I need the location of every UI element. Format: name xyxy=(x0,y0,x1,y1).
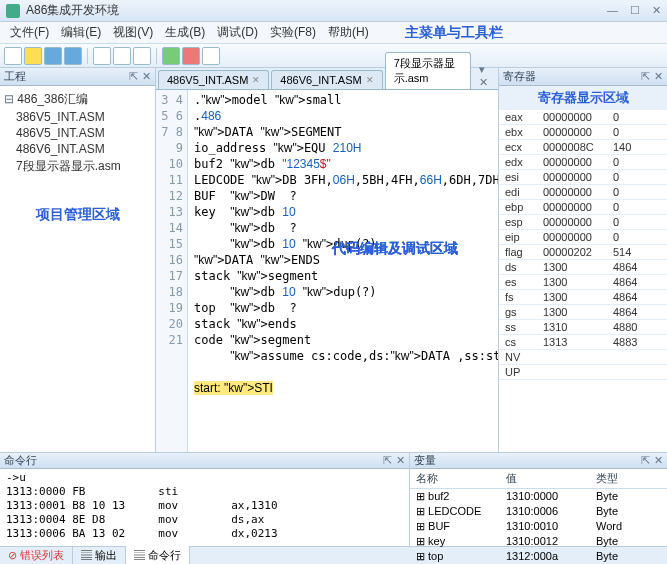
tab-dropdown-icon[interactable]: ▾ ✕ xyxy=(473,63,498,89)
tb-open-icon[interactable] xyxy=(24,47,42,65)
code-editor[interactable]: 3 4 5 6 7 8 9 10 11 12 13 14 15 16 17 18… xyxy=(156,90,498,452)
tab-close-icon[interactable]: ✕ xyxy=(366,75,374,85)
center-area-label: 代码编辑及调试区域 xyxy=(332,240,458,258)
source-text[interactable]: ."kw">model "kw">small .486 "kw">DATA "k… xyxy=(188,90,498,452)
tab-file[interactable]: 486V6_INT.ASM✕ xyxy=(271,70,382,89)
tb-save-icon[interactable] xyxy=(44,47,62,65)
variable-row[interactable]: ⊞ BUF1310:0010Word xyxy=(410,519,667,534)
menu-file[interactable]: 文件(F) xyxy=(4,24,55,41)
pin-icon[interactable]: ⇱ xyxy=(641,454,650,467)
menu-bar: 文件(F) 编辑(E) 视图(V) 生成(B) 调试(D) 实验(F8) 帮助(… xyxy=(0,22,667,44)
minimize-icon[interactable]: — xyxy=(607,4,618,17)
register-row[interactable]: esi000000000 xyxy=(499,170,667,185)
variable-row[interactable]: ⊞ key1310:0012Byte xyxy=(410,534,667,549)
menu-help[interactable]: 帮助(H) xyxy=(322,24,375,41)
tb-saveall-icon[interactable] xyxy=(64,47,82,65)
register-row[interactable]: fs13004864 xyxy=(499,290,667,305)
variable-row[interactable]: ⊞ top1312:000aByte xyxy=(410,549,667,564)
tab-file[interactable]: 486V5_INT.ASM✕ xyxy=(158,70,269,89)
toolbar xyxy=(0,44,667,68)
variable-header: 名称 值 类型 xyxy=(410,469,667,489)
register-area-label: 寄存器显示区域 xyxy=(499,86,667,110)
separator xyxy=(156,48,157,64)
variable-panel: 变量⇱✕ 名称 值 类型 ⊞ buf21310:0000Byte⊞ LEDCOD… xyxy=(410,453,667,546)
register-row[interactable]: UP xyxy=(499,365,667,380)
pin-icon[interactable]: ⇱ xyxy=(641,70,650,83)
command-panel-title: 命令行 xyxy=(4,453,37,468)
register-row[interactable]: esp000000000 xyxy=(499,215,667,230)
close-icon[interactable]: ✕ xyxy=(652,4,661,17)
variable-row[interactable]: ⊞ LEDCODE1310:0006Byte xyxy=(410,504,667,519)
line-gutter: 3 4 5 6 7 8 9 10 11 12 13 14 15 16 17 18… xyxy=(156,90,188,452)
menu-build[interactable]: 生成(B) xyxy=(159,24,211,41)
editor-panel: 486V5_INT.ASM✕ 486V6_INT.ASM✕ 7段显示器显示.as… xyxy=(156,68,499,452)
pin-icon[interactable]: ⇱ xyxy=(383,454,392,467)
register-row[interactable]: edx000000000 xyxy=(499,155,667,170)
maximize-icon[interactable]: ☐ xyxy=(630,4,640,17)
tb-run-icon[interactable] xyxy=(162,47,180,65)
register-panel: 寄存器⇱✕ 寄存器显示区域 eax000000000ebx000000000ec… xyxy=(499,68,667,452)
command-output[interactable]: ->u 1313:0000 FB sti 1313:0001 B8 10 13 … xyxy=(0,469,409,564)
project-panel-title: 工程 xyxy=(4,69,26,84)
menu-view[interactable]: 视图(V) xyxy=(107,24,159,41)
register-row[interactable]: ebx000000000 xyxy=(499,125,667,140)
menu-edit[interactable]: 编辑(E) xyxy=(55,24,107,41)
tree-item[interactable]: 486V6_INT.ASM xyxy=(2,141,153,157)
tb-paste-icon[interactable] xyxy=(133,47,151,65)
tab-file-active[interactable]: 7段显示器显示.asm xyxy=(385,52,471,89)
register-row[interactable]: ebp000000000 xyxy=(499,200,667,215)
register-row[interactable]: ds13004864 xyxy=(499,260,667,275)
register-row[interactable]: cs13134883 xyxy=(499,335,667,350)
register-row[interactable]: ss13104880 xyxy=(499,320,667,335)
app-icon xyxy=(6,4,20,18)
tree-item[interactable]: 486V5_INT.ASM xyxy=(2,125,153,141)
register-row[interactable]: eip000000000 xyxy=(499,230,667,245)
tb-stop-icon[interactable] xyxy=(182,47,200,65)
close-panel-icon[interactable]: ✕ xyxy=(654,70,663,83)
register-panel-title: 寄存器 xyxy=(503,69,536,84)
register-row[interactable]: NV xyxy=(499,350,667,365)
project-panel: 工程⇱✕ 486_386汇编 386V5_INT.ASM 486V5_INT.A… xyxy=(0,68,156,452)
tb-new-icon[interactable] xyxy=(4,47,22,65)
left-area-label: 项目管理区域 xyxy=(2,176,153,254)
register-row[interactable]: flag00000202514 xyxy=(499,245,667,260)
project-tree[interactable]: 486_386汇编 386V5_INT.ASM 486V5_INT.ASM 48… xyxy=(0,86,155,452)
variable-list[interactable]: ⊞ buf21310:0000Byte⊞ LEDCODE1310:0006Byt… xyxy=(410,489,667,564)
pin-icon[interactable]: ⇱ xyxy=(129,70,138,83)
register-row[interactable]: eax000000000 xyxy=(499,110,667,125)
tree-item[interactable]: 386V5_INT.ASM xyxy=(2,109,153,125)
tb-step-icon[interactable] xyxy=(202,47,220,65)
command-panel: 命令行⇱✕ ->u 1313:0000 FB sti 1313:0001 B8 … xyxy=(0,453,410,546)
tb-copy-icon[interactable] xyxy=(113,47,131,65)
tree-root[interactable]: 486_386汇编 xyxy=(2,90,153,109)
title-bar: A86集成开发环境 — ☐ ✕ xyxy=(0,0,667,22)
variable-row[interactable]: ⊞ buf21310:0000Byte xyxy=(410,489,667,504)
editor-tabs: 486V5_INT.ASM✕ 486V6_INT.ASM✕ 7段显示器显示.as… xyxy=(156,68,498,90)
close-panel-icon[interactable]: ✕ xyxy=(654,454,663,467)
close-panel-icon[interactable]: ✕ xyxy=(396,454,405,467)
tree-item[interactable]: 7段显示器显示.asm xyxy=(2,157,153,176)
app-title: A86集成开发环境 xyxy=(26,2,607,19)
register-row[interactable]: edi000000000 xyxy=(499,185,667,200)
tb-cut-icon[interactable] xyxy=(93,47,111,65)
register-row[interactable]: ecx0000008C140 xyxy=(499,140,667,155)
menu-debug[interactable]: 调试(D) xyxy=(211,24,264,41)
register-row[interactable]: es13004864 xyxy=(499,275,667,290)
menu-label: 主菜单与工具栏 xyxy=(405,24,503,42)
register-table[interactable]: eax000000000ebx000000000ecx0000008C140ed… xyxy=(499,110,667,452)
separator xyxy=(87,48,88,64)
tab-close-icon[interactable]: ✕ xyxy=(252,75,260,85)
register-row[interactable]: gs13004864 xyxy=(499,305,667,320)
close-panel-icon[interactable]: ✕ xyxy=(142,70,151,83)
variable-panel-title: 变量 xyxy=(414,453,436,468)
menu-exp[interactable]: 实验(F8) xyxy=(264,24,322,41)
